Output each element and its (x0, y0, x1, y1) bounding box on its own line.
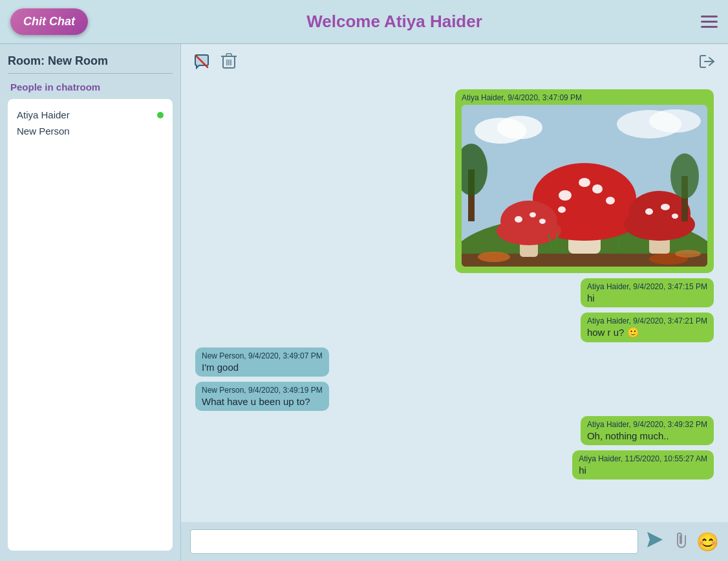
message-meta: New Person, 9/4/2020, 3:49:19 PM (202, 386, 323, 395)
attach-icon[interactable] (672, 531, 689, 553)
message-bubble: Atiya Haider, 9/4/2020, 3:47:21 PM how r… (581, 313, 714, 342)
toolbar-left (193, 52, 237, 74)
message-meta: New Person, 9/4/2020, 3:49:07 PM (202, 351, 323, 360)
logout-icon[interactable] (698, 52, 716, 75)
message-meta: Atiya Haider, 9/4/2020, 3:49:32 PM (587, 420, 707, 429)
svg-point-25 (606, 197, 615, 204)
message-input[interactable] (190, 529, 638, 554)
messages-wrapper: Atiya Haider, 9/4/2020, 3:47:09 PM (187, 83, 722, 522)
message-meta: Atiya Haider, 9/4/2020, 3:47:15 PM (587, 282, 707, 291)
svg-point-24 (579, 178, 590, 187)
svg-point-18 (675, 250, 701, 258)
delete-icon[interactable] (221, 52, 237, 74)
send-icon[interactable] (646, 531, 664, 553)
online-indicator (157, 112, 164, 118)
emoji-button-icon[interactable]: 😊 (696, 531, 719, 553)
svg-point-26 (558, 206, 566, 213)
messages-container[interactable]: Atiya Haider, 9/4/2020, 3:47:09 PM (187, 83, 722, 522)
message-bubble: Atiya Haider, 11/5/2020, 10:55:27 AM hi (572, 450, 714, 479)
hamburger-menu-icon[interactable] (701, 16, 718, 28)
mushroom-image (462, 105, 707, 267)
person-name: Atiya Haider (17, 109, 70, 120)
svg-point-10 (497, 116, 542, 139)
svg-point-31 (530, 212, 536, 217)
person-name: New Person (17, 126, 70, 137)
message-text: hi (587, 292, 707, 303)
message-meta: Atiya Haider, 11/5/2020, 10:55:27 AM (579, 454, 707, 463)
svg-point-38 (672, 214, 678, 219)
chat-toolbar (181, 44, 728, 83)
people-in-chatroom-label: People in chatroom (8, 82, 173, 93)
message-bubble: New Person, 9/4/2020, 3:49:19 PM What ha… (195, 382, 329, 411)
svg-point-37 (661, 204, 670, 210)
people-list: Atiya Haider New Person (8, 99, 173, 551)
svg-point-16 (478, 252, 510, 262)
message-text: I'm good (202, 362, 323, 373)
svg-point-22 (559, 190, 572, 201)
chat-area: Atiya Haider, 9/4/2020, 3:47:09 PM (181, 44, 728, 561)
svg-point-42 (670, 153, 699, 199)
list-item: Atiya Haider (17, 107, 164, 123)
room-title: Room: New Room (8, 54, 173, 74)
mute-icon[interactable] (193, 52, 211, 74)
message-text: how r u? 🙂 (587, 327, 707, 338)
message-bubble: Atiya Haider, 9/4/2020, 3:47:09 PM (455, 89, 714, 273)
message-meta: Atiya Haider, 9/4/2020, 3:47:21 PM (587, 316, 707, 325)
message-bubble: Atiya Haider, 9/4/2020, 3:47:15 PM hi (581, 278, 714, 307)
svg-point-36 (645, 208, 653, 215)
svg-point-32 (539, 219, 546, 224)
svg-rect-3 (226, 54, 231, 56)
message-bubble: New Person, 9/4/2020, 3:49:07 PM I'm goo… (195, 347, 329, 377)
message-meta: Atiya Haider, 9/4/2020, 3:47:09 PM (462, 93, 707, 102)
message-text: What have u been up to? (202, 396, 323, 407)
main-area: Room: New Room People in chatroom Atiya … (0, 44, 728, 561)
sidebar: Room: New Room People in chatroom Atiya … (0, 44, 181, 561)
header-title: Welcome Atiya Haider (306, 12, 482, 32)
svg-marker-46 (647, 532, 663, 547)
message-text: hi (579, 465, 707, 476)
message-bubble: Atiya Haider, 9/4/2020, 3:49:32 PM Oh, n… (581, 416, 714, 445)
input-area: 😊 (181, 522, 728, 561)
svg-point-30 (515, 216, 522, 223)
message-text: Oh, nothing much.. (587, 430, 707, 441)
logo: Chit Chat (10, 8, 88, 35)
list-item: New Person (17, 123, 164, 139)
svg-point-23 (592, 184, 603, 193)
svg-point-12 (649, 109, 701, 133)
header: Chit Chat Welcome Atiya Haider (0, 0, 728, 44)
